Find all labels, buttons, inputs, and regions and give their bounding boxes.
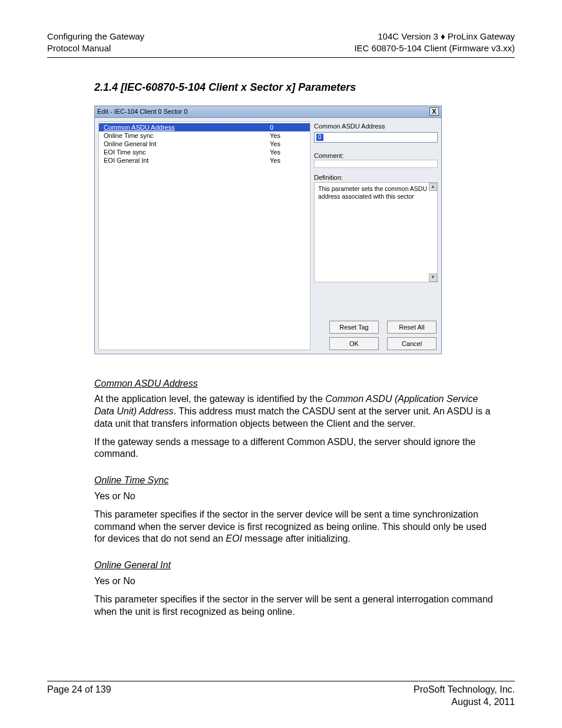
text-run-italic: EOI — [226, 533, 242, 543]
param-name: Online Time sync — [104, 132, 270, 139]
page-footer: Page 24 of 139 ProSoft Technology, Inc. … — [47, 684, 515, 709]
body-text: Common ASDU Address At the application l… — [94, 378, 495, 618]
paragraph: If the gateway sends a message to a diff… — [94, 436, 495, 461]
dialog-titlebar: Edit - IEC-104 Client 0 Sector 0 X — [95, 106, 441, 118]
header-right-line1: 104C Version 3 ♦ ProLinx Gateway — [354, 31, 515, 42]
header-left-line1: Configuring the Gateway — [47, 31, 144, 42]
param-row-online-time-sync[interactable]: Online Time sync Yes — [99, 131, 310, 140]
heading-online-time-sync: Online Time Sync — [94, 475, 495, 487]
definition-text: This parameter sets the common ASDU addr… — [318, 185, 427, 200]
comment-label: Comment: — [314, 152, 438, 159]
reset-all-button[interactable]: Reset All — [387, 321, 437, 334]
footer-left: Page 24 of 139 — [47, 684, 111, 709]
definition-label: Definition: — [314, 174, 438, 181]
paragraph: This parameter specifies if the sector i… — [94, 594, 495, 618]
scroll-down-icon[interactable]: ▼ — [429, 274, 437, 282]
footer-right-line1: ProSoft Technology, Inc. — [414, 684, 515, 696]
ok-button[interactable]: OK — [329, 337, 379, 350]
text-run: At the application level, the gateway is… — [94, 394, 325, 404]
edit-dialog: Edit - IEC-104 Client 0 Sector 0 X Commo… — [94, 106, 442, 354]
paragraph: Yes or No — [94, 490, 495, 503]
comment-input[interactable] — [314, 160, 438, 168]
param-value: Yes — [270, 157, 305, 164]
param-list[interactable]: Common ASDU Address 0 Online Time sync Y… — [98, 121, 310, 350]
text-run: message after initializing. — [242, 533, 351, 543]
page-header: Configuring the Gateway Protocol Manual … — [47, 31, 515, 55]
reset-tag-button[interactable]: Reset Tag — [329, 321, 379, 334]
param-row-common-asdu-address[interactable]: Common ASDU Address 0 — [99, 123, 310, 131]
header-rule — [47, 57, 515, 58]
section-title: 2.1.4 [IEC-60870-5-104 Client x Sector x… — [94, 81, 515, 94]
param-value: 0 — [270, 124, 305, 131]
param-row-eoi-general-int[interactable]: EOI General Int Yes — [99, 156, 310, 164]
header-left-line2: Protocol Manual — [47, 42, 144, 54]
heading-common-asdu: Common ASDU Address — [94, 378, 495, 390]
param-name: Common ASDU Address — [104, 124, 270, 131]
param-row-online-general-int[interactable]: Online General Int Yes — [99, 140, 310, 148]
param-row-eoi-time-sync[interactable]: EOI Time sync Yes — [99, 148, 310, 156]
footer-rule — [47, 681, 515, 681]
footer-right-line2: August 4, 2011 — [414, 696, 515, 709]
dialog-title-text: Edit - IEC-104 Client 0 Sector 0 — [97, 108, 429, 115]
field-label: Common ASDU Address — [314, 123, 438, 130]
heading-online-general-int: Online General Int — [94, 559, 495, 572]
field-value-text: 0 — [316, 134, 323, 141]
paragraph: Yes or No — [94, 575, 495, 588]
field-value-input[interactable]: 0 — [314, 132, 438, 143]
scroll-up-icon[interactable]: ▲ — [429, 183, 437, 191]
paragraph: This parameter specifies if the sector i… — [94, 509, 495, 545]
param-name: Online General Int — [104, 140, 270, 147]
param-name: EOI Time sync — [104, 149, 270, 156]
param-value: Yes — [270, 149, 305, 156]
param-value: Yes — [270, 140, 305, 147]
paragraph: At the application level, the gateway is… — [94, 393, 495, 430]
param-name: EOI General Int — [104, 157, 270, 164]
header-right-line2: IEC 60870-5-104 Client (Firmware v3.xx) — [354, 42, 515, 54]
cancel-button[interactable]: Cancel — [387, 337, 437, 350]
param-value: Yes — [270, 132, 305, 139]
definition-box: This parameter sets the common ASDU addr… — [314, 182, 438, 282]
close-icon[interactable]: X — [429, 107, 439, 116]
